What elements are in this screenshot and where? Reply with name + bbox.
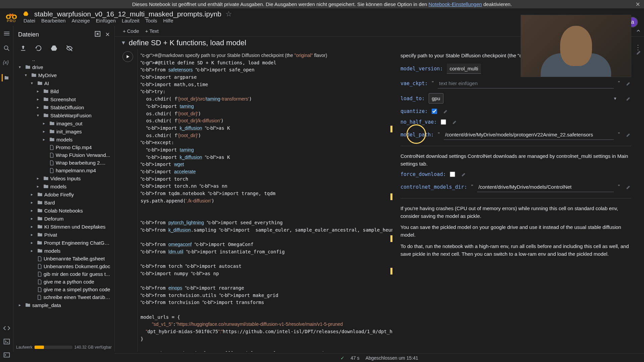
tree-row[interactable]: ▸Videos Inputs xyxy=(16,174,114,182)
tree-row[interactable]: Wrap FUsion Verwand... xyxy=(16,151,114,159)
files-icon[interactable] xyxy=(2,74,9,81)
colab-logo[interactable]: PRO xyxy=(3,11,19,23)
menu-icon[interactable] xyxy=(3,30,10,37)
model-path-input[interactable] xyxy=(444,130,614,140)
file-tree[interactable]: ..▾drive▾MyDrive▾AI▸Bild▸Screenshot▸Stab… xyxy=(13,55,114,343)
variables-icon[interactable]: {x} xyxy=(3,59,10,67)
edit-icon[interactable] xyxy=(626,184,631,190)
check-icon: ✓ xyxy=(340,355,344,361)
menu-laufzeit[interactable]: Laufzeit xyxy=(122,18,140,23)
upload-icon[interactable] xyxy=(19,45,27,52)
edit-icon[interactable] xyxy=(443,109,448,114)
hide-icon[interactable] xyxy=(66,45,73,52)
tree-row[interactable]: gib mir den code für guess t... xyxy=(16,270,114,278)
tree-row[interactable]: hampelmann.mp4 xyxy=(16,167,114,174)
run-cell-button[interactable] xyxy=(122,51,133,62)
force-download-checkbox[interactable] xyxy=(450,172,455,177)
menu-bearbeiten[interactable]: Bearbeiten xyxy=(41,18,66,23)
tree-row[interactable]: ▸images_out xyxy=(16,119,114,127)
star-icon[interactable]: ☆ xyxy=(225,10,232,18)
status-completed: Abgeschlossen um 15:41 xyxy=(366,355,418,361)
tree-row[interactable]: ▾MyDrive xyxy=(16,71,114,79)
tree-row[interactable]: ▸Screenshot xyxy=(16,95,114,103)
label-force-download: force_download: xyxy=(400,171,446,177)
help-text-2: You can save the pickled model on your g… xyxy=(400,223,631,239)
tree-row[interactable]: ▸Colab Notebooks xyxy=(16,206,114,215)
play-icon xyxy=(125,54,130,59)
help-text-3: To do that, run the notebook with a high… xyxy=(400,242,631,258)
edit-icon[interactable] xyxy=(461,172,467,177)
edit-icon[interactable] xyxy=(626,81,631,86)
label-vae-ckpt: vae_ckpt: xyxy=(400,80,428,86)
edit-icon[interactable] xyxy=(636,49,642,55)
tree-row[interactable]: give me a python code xyxy=(16,278,114,286)
mount-drive-icon[interactable] xyxy=(50,45,58,52)
tree-row[interactable]: Wrap bearbeitung 2.... xyxy=(16,159,114,167)
status-bar: ✓ 47 s Abgeschlossen um 15:41 xyxy=(115,353,644,362)
banner-text-after: deaktivieren. xyxy=(482,1,512,7)
insert-text-button[interactable]: +Text xyxy=(145,28,159,34)
new-window-icon[interactable] xyxy=(94,30,101,38)
tree-row[interactable]: ▸Adobe Firefly xyxy=(16,190,114,198)
tree-row[interactable]: ▸models xyxy=(16,182,114,190)
tree-row[interactable]: ▸Prompt Engineering ChatGPT,... xyxy=(16,239,114,247)
menu-anzeige[interactable]: Anzeige xyxy=(72,18,90,23)
tree-row[interactable]: ▾StableWarpFusion xyxy=(16,111,114,119)
tree-row[interactable]: ▾AI xyxy=(16,79,114,87)
tree-row[interactable]: schreibe einen Tweet darüber ... xyxy=(16,293,114,301)
close-icon[interactable]: × xyxy=(636,0,640,9)
menu-hilfe[interactable]: Hilfe xyxy=(163,18,173,23)
banner-link[interactable]: Notebook-Einstellungen xyxy=(429,1,482,7)
tree-row[interactable]: Unbenannte Tabelle.gsheet xyxy=(16,255,114,262)
chevron-down-icon[interactable]: ▼ xyxy=(121,40,126,46)
tree-row[interactable]: .. xyxy=(16,55,114,63)
insert-code-button[interactable]: +Code xyxy=(123,28,139,34)
code-editor[interactable]: "c-gr">#@markdown specify path to your S… xyxy=(138,49,392,352)
infinity-icon xyxy=(5,11,17,19)
terminal-icon[interactable] xyxy=(3,338,10,345)
status-duration: 47 s xyxy=(351,355,359,361)
drive-icon xyxy=(23,11,29,17)
edit-icon[interactable] xyxy=(452,119,458,125)
tree-row[interactable]: ▸Privat xyxy=(16,231,114,239)
tree-row[interactable]: ▸Bild xyxy=(16,87,114,95)
command-icon[interactable] xyxy=(3,351,10,359)
tree-row[interactable]: give me a simpel python code xyxy=(16,286,114,293)
quantize-checkbox[interactable] xyxy=(432,109,437,114)
notebook-banner: Dieses Notebook ist geöffnet und enthält… xyxy=(0,0,644,8)
load-to-select[interactable]: gpu xyxy=(429,93,443,104)
tree-row[interactable]: ▸models xyxy=(16,247,114,255)
tree-row[interactable]: ▸sample_data xyxy=(16,301,114,309)
menu-einfuegen[interactable]: Einfügen xyxy=(96,18,116,23)
edit-icon[interactable] xyxy=(626,96,631,101)
tree-row[interactable]: ▸StableDiffusion xyxy=(16,103,114,111)
label-model-path: model_path: xyxy=(400,132,434,138)
notebook-title[interactable]: stable_warpfusion_v0_16_12_multi_masked_… xyxy=(34,10,221,18)
tree-row[interactable]: Promo Clip.mp4 xyxy=(16,143,114,151)
pro-badge: PRO xyxy=(7,19,16,23)
edit-icon[interactable] xyxy=(626,132,631,137)
menu-datei[interactable]: Datei xyxy=(23,18,35,23)
vae-ckpt-input[interactable] xyxy=(438,78,614,88)
tree-row[interactable]: ▸init_images xyxy=(16,127,114,135)
divider xyxy=(400,146,631,146)
tree-row[interactable]: ▸models xyxy=(16,135,114,143)
help-text-1: If you're having crashes (CPU out of mem… xyxy=(400,204,631,220)
controlnet-dir-input[interactable] xyxy=(477,182,614,192)
code-icon[interactable] xyxy=(3,324,10,332)
close-panel-icon[interactable]: × xyxy=(105,30,110,39)
svg-rect-2 xyxy=(4,339,10,344)
menu-tools[interactable]: Tools xyxy=(146,18,157,23)
no-half-vae-checkbox[interactable] xyxy=(441,119,446,125)
tree-row[interactable]: ▾drive xyxy=(16,63,114,71)
model-version-select[interactable]: control_multi xyxy=(447,64,481,74)
tree-row[interactable]: ▸Deforum xyxy=(16,215,114,223)
search-icon[interactable] xyxy=(3,45,10,52)
form-pane: specify path to your Stable Diffusion ch… xyxy=(396,49,640,352)
tree-row[interactable]: ▸KI Stimmen und Deepfakes xyxy=(16,223,114,231)
refresh-icon[interactable] xyxy=(35,45,42,52)
tree-row[interactable]: Unbenanntes Dokument.gdoc xyxy=(16,262,114,270)
tree-row[interactable]: ▸Bard xyxy=(16,198,114,206)
label-model-version: model_version: xyxy=(400,66,443,72)
collapse-icon[interactable]: ⌃ xyxy=(635,28,641,37)
